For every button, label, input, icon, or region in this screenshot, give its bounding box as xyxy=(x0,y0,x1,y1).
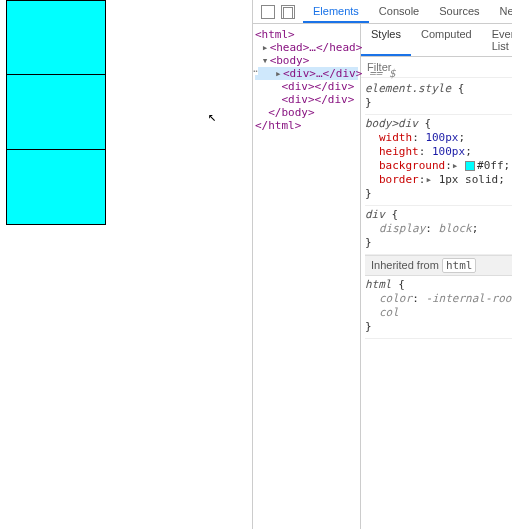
dom-tree[interactable]: … <html> ▸<head>…</head> ▾<body> ▸<div>…… xyxy=(253,24,361,529)
cyan-box-3 xyxy=(6,150,106,225)
dom-head[interactable]: <head>…</head> xyxy=(270,41,363,54)
rule-ua-div[interactable]: div { display: block; } xyxy=(365,206,512,255)
cyan-box-1 xyxy=(6,0,106,75)
rule-element-style[interactable]: element.style { } xyxy=(365,80,512,115)
rule-body-div[interactable]: body>div { width: 100px; height: 100px; … xyxy=(365,115,512,206)
device-toggle-icon[interactable] xyxy=(281,5,295,19)
prop-width-value[interactable]: 100px xyxy=(425,131,458,144)
styles-tab-computed[interactable]: Computed xyxy=(411,24,482,56)
prop-width-name[interactable]: width xyxy=(379,131,412,144)
inherited-divider: Inherited from html xyxy=(365,255,512,276)
tab-sources[interactable]: Sources xyxy=(429,0,489,23)
prop-background-value[interactable]: #0ff xyxy=(477,159,504,172)
inherited-label: Inherited from xyxy=(371,259,439,271)
dom-div-2[interactable]: <div></div> xyxy=(282,80,355,93)
dom-body-close[interactable]: </body> xyxy=(268,106,314,119)
styles-panel: Styles Computed Event List element.style… xyxy=(361,24,512,529)
tab-network[interactable]: Network xyxy=(490,0,512,23)
tab-console[interactable]: Console xyxy=(369,0,429,23)
prop-color-name: color xyxy=(379,292,412,305)
dom-html-close[interactable]: </html> xyxy=(255,119,301,132)
rule-ua-html[interactable]: html { color: -internal-root-col } xyxy=(365,276,512,339)
dom-body-open[interactable]: <body> xyxy=(270,54,310,67)
prop-height-name[interactable]: height xyxy=(379,145,419,158)
prop-background-name[interactable]: background xyxy=(379,159,445,172)
dom-div-selected[interactable]: <div>…</div> xyxy=(283,67,362,80)
cyan-box-2 xyxy=(6,75,106,150)
color-swatch-icon[interactable] xyxy=(465,161,475,171)
breadcrumb-dots[interactable]: … xyxy=(253,62,258,75)
main-tabs: Elements Console Sources Network xyxy=(303,0,512,23)
tab-elements[interactable]: Elements xyxy=(303,0,369,23)
rendered-page: ↖ xyxy=(0,0,250,529)
css-rules: element.style { } body>div { width: 100p… xyxy=(361,78,512,341)
mouse-cursor-icon: ↖ xyxy=(208,108,216,124)
inherited-source[interactable]: html xyxy=(442,258,477,273)
selector-html: html xyxy=(365,278,392,291)
styles-tab-styles[interactable]: Styles xyxy=(361,24,411,56)
dollar-zero-marker: == $ xyxy=(369,67,396,80)
dom-div-3[interactable]: <div></div> xyxy=(282,93,355,106)
prop-display-value: block xyxy=(439,222,472,235)
prop-display-name: display xyxy=(379,222,425,235)
prop-border-value[interactable]: 1px solid xyxy=(439,173,499,186)
selector-body-div: body>div xyxy=(365,117,418,130)
inspect-icon[interactable] xyxy=(261,5,275,19)
selector-element-style: element.style xyxy=(365,82,451,95)
prop-border-name[interactable]: border xyxy=(379,173,419,186)
styles-tab-event[interactable]: Event List xyxy=(482,24,512,56)
dom-html-open[interactable]: <html> xyxy=(255,28,295,41)
selector-div: div xyxy=(365,208,385,221)
prop-height-value[interactable]: 100px xyxy=(432,145,465,158)
devtools-toolbar: Elements Console Sources Network xyxy=(253,0,512,24)
devtools-panel: Elements Console Sources Network … <html… xyxy=(252,0,512,529)
